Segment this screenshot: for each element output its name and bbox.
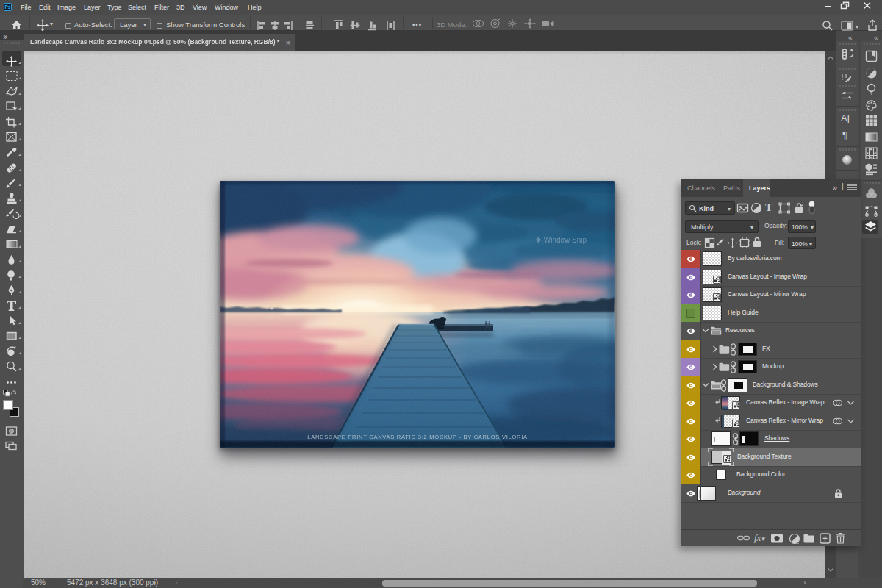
svg-text:❖ Window Snip: ❖ Window Snip	[535, 236, 587, 244]
svg-text:LANDSCAPE PRINT CANVAS RATIO 3: LANDSCAPE PRINT CANVAS RATIO 3:2 MOCKUP …	[307, 434, 527, 440]
